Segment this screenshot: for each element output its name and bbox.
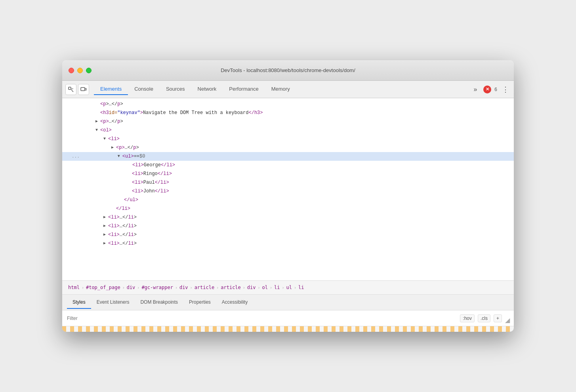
highlight-overlay [62,326,514,332]
breadcrumb-li-2[interactable]: li [297,284,305,291]
dom-line: </ul> [62,196,514,204]
resize-handle[interactable]: ◢ [505,316,509,320]
filter-buttons: :hov .cls + ◢ [460,314,509,322]
tab-accessibility[interactable]: Accessibility [216,296,253,309]
title-bar: DevTools - localhost:8080/web/tools/chro… [62,60,514,81]
add-style-button[interactable]: + [494,314,502,322]
filter-bar: :hov .cls + ◢ [62,310,514,326]
svg-rect-0 [69,87,71,89]
dom-line: <p>…</p> [62,100,514,108]
error-count: 6 [494,87,497,92]
dom-line: <li>…</li> [62,239,514,248]
arrow-icon[interactable] [111,144,116,152]
tab-elements[interactable]: Elements [94,84,128,95]
toolbar-icons [65,84,89,95]
minimize-button[interactable] [77,68,83,73]
dom-panel: <p>…</p> <h3 id="keynav">Navigate the DO… [62,98,514,280]
devtools-toolbar: Elements Console Sources Network Perform… [62,81,514,98]
inspect-element-button[interactable] [65,84,76,95]
hov-button[interactable]: :hov [460,314,475,322]
traffic-lights [69,68,92,73]
breadcrumb-top-of-page[interactable]: #top_of_page [85,284,122,291]
svg-rect-1 [81,88,85,91]
dom-line: <li>George</li> [62,161,514,169]
dom-line: <li> [62,135,514,143]
breadcrumb-article-2[interactable]: article [219,284,242,291]
breadcrumb-div-1[interactable]: div [126,284,137,291]
breadcrumb-div-2[interactable]: div [178,284,189,291]
close-button[interactable] [69,68,74,73]
dom-line: <li>…</li> [62,222,514,230]
arrow-icon[interactable] [103,135,108,143]
dom-line: <li>Ringo</li> [62,169,514,178]
breadcrumb-html[interactable]: html [67,284,81,291]
window-title: DevTools - localhost:8080/web/tools/chro… [221,67,355,73]
more-tabs-button[interactable]: » [470,84,480,95]
breadcrumb-bar: html › #top_of_page › div › #gc-wrapper … [62,280,514,295]
tab-memory[interactable]: Memory [265,84,296,95]
dom-line: <li>John</li> [62,187,514,196]
devtools-window: DevTools - localhost:8080/web/tools/chro… [62,60,514,332]
kebab-menu-button[interactable]: ⋮ [500,85,511,94]
breadcrumb-li-1[interactable]: li [273,284,281,291]
breadcrumb-gc-wrapper[interactable]: #gc-wrapper [140,284,174,291]
tab-dom-breakpoints[interactable]: DOM Breakpoints [135,296,183,309]
tab-styles[interactable]: Styles [67,296,91,309]
dom-line: <li>…</li> [62,213,514,222]
device-toggle-button[interactable] [78,84,89,95]
tab-event-listeners[interactable]: Event Listeners [91,296,135,309]
dom-line: <li>…</li> [62,230,514,239]
breadcrumb-ol[interactable]: ol [261,284,269,291]
dom-line: <p>…</p> [62,143,514,152]
tab-properties[interactable]: Properties [183,296,216,309]
toolbar-right: » ✕ 6 ⋮ [470,84,511,95]
main-tabs: Elements Console Sources Network Perform… [94,84,470,95]
tab-performance[interactable]: Performance [223,84,265,95]
tab-sources[interactable]: Sources [160,84,191,95]
dom-line: <li>Paul</li> [62,178,514,187]
dom-line: <ol> [62,126,514,135]
breadcrumb-article-1[interactable]: article [193,284,216,291]
arrow-icon[interactable] [103,222,108,230]
dom-line: <p>…</p> [62,117,514,126]
arrow-icon[interactable] [103,213,108,221]
maximize-button[interactable] [86,68,92,73]
dom-line: </li> [62,204,514,213]
dom-ellipsis: ... [72,152,80,160]
bottom-tabs-bar: Styles Event Listeners DOM Breakpoints P… [62,295,514,310]
svg-rect-2 [85,88,86,90]
tab-network[interactable]: Network [191,84,223,95]
filter-input[interactable] [67,316,457,321]
breadcrumb-div-3[interactable]: div [246,284,257,291]
arrow-icon[interactable] [95,118,100,126]
cls-button[interactable]: .cls [478,314,490,322]
breadcrumb-ul[interactable]: ul [285,284,293,291]
error-badge: ✕ [483,86,491,93]
dom-line-selected[interactable]: ... <ul> == $0 [62,152,514,161]
arrow-icon[interactable] [103,231,108,239]
arrow-icon[interactable] [118,152,122,160]
dom-line: <h3 id="keynav">Navigate the DOM Tree wi… [62,108,514,117]
arrow-icon[interactable] [103,240,108,247]
tab-console[interactable]: Console [128,84,160,95]
arrow-icon[interactable] [95,126,100,134]
